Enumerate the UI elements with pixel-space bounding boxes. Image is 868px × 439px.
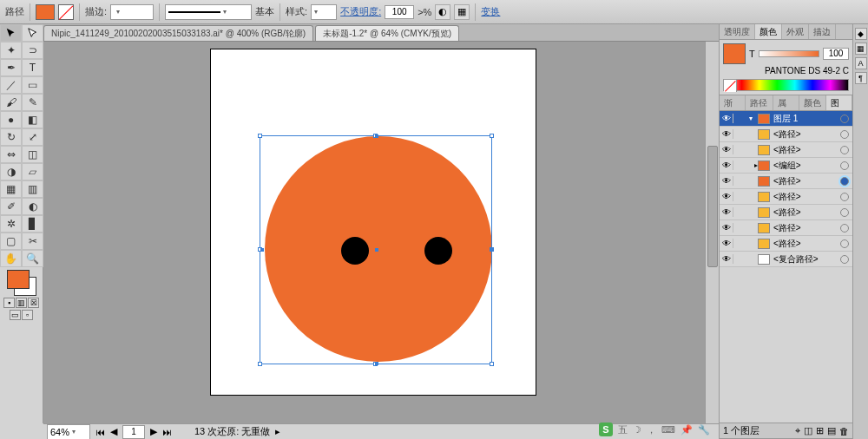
make-clipping-icon[interactable]: ◫ [804, 425, 812, 436]
sogou-icon[interactable]: S [599, 423, 613, 436]
rectangle-tool[interactable]: ▭ [22, 76, 43, 94]
page-field[interactable]: 1 [122, 425, 145, 439]
tab-stroke[interactable]: 描边 [809, 24, 836, 39]
artboard-tool[interactable]: ▢ [0, 233, 22, 250]
tab-attributes[interactable]: 属性 [773, 95, 799, 110]
zoom-tool[interactable]: 🔍 [22, 250, 43, 267]
nav-last-icon[interactable]: ⏭ [162, 427, 172, 437]
ime-settings-icon[interactable]: 🔧 [698, 424, 710, 436]
change-screen-icon[interactable]: ▫ [22, 310, 33, 320]
layer-row[interactable]: 👁▾图层 1 [720, 111, 852, 127]
lasso-tool[interactable]: ⊃ [22, 42, 43, 59]
tint-field[interactable]: 100 [823, 48, 849, 60]
tab-layers[interactable]: 图层 [826, 95, 852, 110]
layer-row[interactable]: 👁<路径> [720, 142, 852, 158]
target-dot[interactable] [840, 255, 849, 264]
layer-name[interactable]: <编组> [772, 160, 840, 172]
dock-icon-2[interactable]: ▦ [855, 43, 867, 55]
gradient-tool[interactable]: ▥ [22, 180, 43, 198]
type-tool[interactable]: T [22, 59, 43, 76]
zoom-dropdown[interactable]: 64%▾ [47, 424, 90, 440]
eraser-tool[interactable]: ◧ [22, 111, 43, 128]
spectrum-bar[interactable] [723, 79, 849, 91]
color-mode-icon[interactable]: ▪ [3, 298, 15, 308]
stroke-weight-dropdown[interactable]: ▾ [110, 4, 154, 20]
pen-tool[interactable]: ✒ [0, 59, 22, 76]
visibility-icon[interactable]: 👁 [720, 161, 733, 170]
dock-icon-3[interactable]: A [855, 57, 867, 69]
delete-layer-icon[interactable]: 🗑 [839, 426, 849, 436]
target-dot[interactable] [840, 177, 849, 186]
layer-name[interactable]: <路径> [772, 222, 840, 234]
layer-row[interactable]: 👁<路径> [720, 189, 852, 205]
target-dot[interactable] [840, 115, 849, 123]
magic-wand-tool[interactable]: ✦ [0, 42, 22, 59]
color-swatch[interactable] [723, 43, 746, 64]
ime-pin-icon[interactable]: 📌 [681, 424, 693, 436]
brush-dropdown[interactable]: ▾ [165, 4, 252, 20]
layer-name[interactable]: <路径> [772, 175, 840, 187]
layer-row[interactable]: 👁<路径> [720, 236, 852, 252]
rotate-tool[interactable]: ↻ [0, 128, 22, 146]
target-dot[interactable] [840, 239, 849, 248]
layer-row[interactable]: 👁▸<编组> [720, 158, 852, 174]
line-tool[interactable]: ／ [0, 76, 22, 94]
shape-builder-tool[interactable]: ◑ [0, 163, 22, 180]
target-dot[interactable] [840, 146, 849, 154]
layer-name[interactable]: <路径> [772, 206, 840, 219]
dock-icon-1[interactable]: ◆ [855, 28, 867, 40]
mesh-tool[interactable]: ▦ [0, 180, 22, 198]
selection-tool[interactable] [0, 24, 22, 42]
status-arrow-icon[interactable]: ▸ [275, 426, 280, 437]
target-dot[interactable] [840, 224, 849, 233]
tint-slider[interactable] [759, 50, 819, 57]
graph-tool[interactable]: ▊ [22, 215, 43, 233]
align-icon[interactable]: ▦ [454, 4, 470, 20]
target-dot[interactable] [840, 130, 849, 139]
visibility-icon[interactable]: 👁 [720, 129, 733, 139]
visibility-icon[interactable]: 👁 [720, 207, 733, 217]
twisty-icon[interactable]: ▾ [746, 115, 756, 122]
visibility-icon[interactable]: 👁 [720, 223, 733, 233]
tab-appearance[interactable]: 外观 [782, 24, 809, 39]
target-dot[interactable] [840, 193, 849, 201]
hand-tool[interactable]: ✋ [0, 250, 22, 267]
tab-color[interactable]: 颜色 [755, 24, 782, 39]
opacity-field[interactable]: 100 [385, 5, 414, 19]
fill-stroke-swatches[interactable] [7, 270, 36, 296]
visibility-icon[interactable]: 👁 [720, 176, 733, 186]
target-dot[interactable] [840, 161, 849, 170]
layer-row[interactable]: 👁<复合路径> [720, 252, 852, 267]
dock-icon-4[interactable]: ¶ [855, 72, 867, 84]
layer-row[interactable]: 👁<路径> [720, 174, 852, 189]
canvas[interactable] [43, 42, 719, 423]
locate-icon[interactable]: ⌖ [795, 425, 800, 436]
nav-prev-icon[interactable]: ◀ [110, 426, 117, 437]
blend-tool[interactable]: ◐ [22, 198, 43, 215]
layer-name[interactable]: <路径> [772, 238, 840, 250]
width-tool[interactable]: ⇔ [0, 146, 22, 163]
twisty-icon[interactable]: ▸ [746, 161, 756, 169]
symbol-sprayer-tool[interactable]: ✲ [0, 215, 22, 233]
layer-name[interactable]: <路径> [772, 128, 840, 141]
layer-name[interactable]: <复合路径> [772, 253, 840, 265]
slice-tool[interactable]: ✂ [22, 233, 43, 250]
paintbrush-tool[interactable]: 🖌 [0, 94, 22, 111]
direct-selection-tool[interactable] [22, 24, 43, 42]
none-mode-icon[interactable]: ☒ [28, 298, 39, 308]
ime-punct-icon[interactable]: ， [647, 423, 656, 436]
tab-gradient[interactable]: 渐变 [720, 95, 746, 110]
stroke-swatch-none[interactable] [58, 4, 74, 20]
layer-name[interactable]: <路径> [772, 144, 840, 156]
recolor-icon[interactable]: ◐ [435, 4, 450, 20]
tab-swatches[interactable]: 颜色l [799, 95, 827, 110]
document-tab-2[interactable]: 未标题-1.2* @ 64% (CMYK/预览) [315, 25, 459, 41]
document-tab-1[interactable]: Nipic_1411249_201002020035150331­83.ai* … [43, 25, 313, 41]
layer-row[interactable]: 👁<路径> [720, 220, 852, 236]
visibility-icon[interactable]: 👁 [720, 114, 733, 123]
visibility-icon[interactable]: 👁 [720, 254, 733, 264]
transform-link[interactable]: 变换 [481, 5, 500, 18]
new-sublayer-icon[interactable]: ⊞ [816, 425, 824, 436]
style-dropdown[interactable]: ▾ [311, 4, 337, 20]
screen-mode-icon[interactable]: ▭ [10, 310, 21, 320]
